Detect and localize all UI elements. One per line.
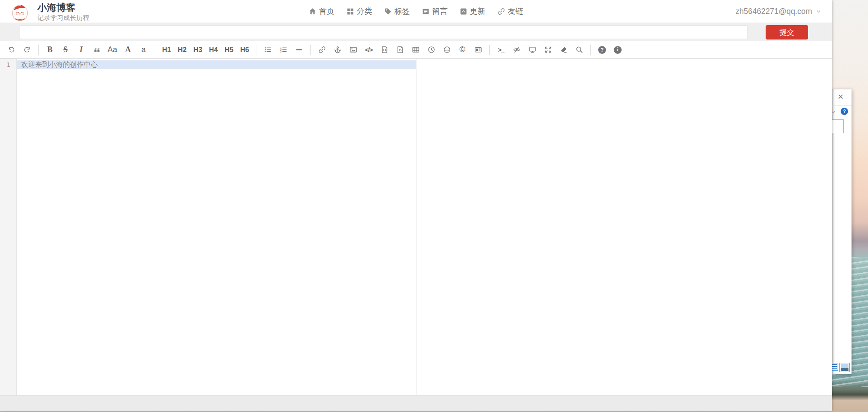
main-nav: 首页分类标签留言更新友链 bbox=[303, 0, 529, 23]
svg-text:3: 3 bbox=[280, 50, 281, 53]
nav-item-label: 分类 bbox=[357, 6, 372, 16]
toolbar-divider bbox=[590, 45, 591, 55]
undo-icon[interactable] bbox=[5, 43, 18, 56]
home-icon bbox=[309, 8, 316, 15]
lowercase-icon[interactable]: a bbox=[137, 43, 150, 56]
h1-glyph: H1 bbox=[162, 46, 171, 54]
watch-icon[interactable] bbox=[510, 43, 523, 56]
code-icon[interactable]: </> bbox=[362, 43, 375, 56]
help-glyph: ? bbox=[598, 46, 606, 54]
line-number: 1 bbox=[0, 60, 17, 69]
nav-item-friend-links[interactable]: 友链 bbox=[498, 6, 523, 16]
search-icon[interactable] bbox=[573, 43, 586, 56]
image-icon[interactable] bbox=[347, 43, 360, 56]
list-view-icon[interactable] bbox=[832, 363, 838, 371]
list-ul-icon[interactable] bbox=[261, 43, 274, 56]
ucwords-icon[interactable]: Aa bbox=[106, 43, 119, 56]
h3-icon[interactable]: H3 bbox=[191, 43, 204, 56]
bold-icon[interactable]: B bbox=[43, 43, 56, 56]
html-entities-glyph: © bbox=[459, 45, 465, 54]
table-icon[interactable] bbox=[409, 43, 422, 56]
toolbar-divider bbox=[489, 45, 490, 55]
lowercase-glyph: a bbox=[141, 45, 146, 54]
nav-item-label: 更新 bbox=[470, 6, 485, 16]
italic-glyph: I bbox=[79, 45, 82, 54]
italic-icon[interactable]: I bbox=[75, 43, 88, 56]
friend-link-icon bbox=[498, 8, 505, 15]
strikethrough-icon[interactable]: S bbox=[59, 43, 72, 56]
editor-toolbar: BSIAaAaH1H2H3H4H5H6123</>©>_?i bbox=[0, 41, 832, 59]
blog-compose-page: 小海博客 记录学习成长历程 首页分类标签留言更新友链 zh56462271@qq… bbox=[0, 0, 832, 411]
article-title-input[interactable] bbox=[19, 25, 748, 39]
goto-line-icon[interactable]: >_ bbox=[495, 43, 508, 56]
editor-content-area[interactable]: 1欢迎来到小海的创作中心 bbox=[0, 60, 416, 69]
nav-item-categories[interactable]: 分类 bbox=[347, 6, 372, 16]
nav-item-tags[interactable]: 标签 bbox=[384, 6, 410, 16]
nav-item-label: 友链 bbox=[508, 6, 523, 16]
nav-item-updates[interactable]: 更新 bbox=[460, 6, 485, 16]
toolbar-divider bbox=[310, 45, 311, 55]
strikethrough-glyph: S bbox=[63, 45, 68, 54]
user-account-dropdown[interactable]: zh56462271@qq.com bbox=[736, 0, 822, 23]
toolbar-divider bbox=[38, 45, 39, 55]
redo-icon[interactable] bbox=[20, 43, 33, 56]
markdown-preview-pane bbox=[416, 59, 832, 395]
site-title: 小海博客 bbox=[37, 3, 89, 13]
partial-dialog-window: × ? bbox=[832, 89, 852, 374]
message-icon bbox=[422, 8, 429, 15]
editor-line[interactable]: 1欢迎来到小海的创作中心 bbox=[0, 60, 416, 69]
h4-glyph: H4 bbox=[209, 46, 218, 54]
code-block-icon[interactable] bbox=[393, 43, 406, 56]
nav-item-label: 首页 bbox=[319, 6, 334, 16]
h6-icon[interactable]: H6 bbox=[238, 43, 251, 56]
category-icon bbox=[347, 8, 354, 15]
site-logo-link[interactable]: 小海博客 记录学习成长历程 bbox=[11, 3, 89, 22]
quote-icon[interactable] bbox=[90, 43, 103, 56]
nav-item-label: 留言 bbox=[432, 6, 448, 16]
article-title-bar: 提交 bbox=[0, 23, 832, 41]
submit-button[interactable]: 提交 bbox=[766, 25, 808, 40]
goto-line-glyph: >_ bbox=[498, 46, 504, 53]
tag-icon bbox=[384, 8, 392, 15]
datetime-icon[interactable] bbox=[425, 43, 438, 56]
thumbnail-view-icon[interactable] bbox=[839, 363, 850, 372]
reference-link-icon[interactable] bbox=[331, 43, 344, 56]
editor-body: 1欢迎来到小海的创作中心 bbox=[0, 59, 832, 396]
html-entities-icon[interactable]: © bbox=[456, 43, 469, 56]
toolbar-divider bbox=[256, 45, 256, 55]
chevron-down-icon[interactable] bbox=[832, 109, 836, 115]
nav-item-label: 标签 bbox=[394, 6, 410, 16]
toolbar-divider bbox=[155, 45, 155, 55]
h1-icon[interactable]: H1 bbox=[160, 43, 173, 56]
fullscreen-icon[interactable] bbox=[541, 43, 554, 56]
site-subtitle: 记录学习成长历程 bbox=[37, 14, 89, 22]
link-icon[interactable] bbox=[315, 43, 328, 56]
h3-glyph: H3 bbox=[193, 46, 202, 54]
pagebreak-icon[interactable] bbox=[472, 43, 485, 56]
update-icon bbox=[460, 8, 467, 15]
preview-icon[interactable] bbox=[526, 43, 539, 56]
ucwords-glyph: Aa bbox=[108, 45, 117, 54]
clear-icon[interactable] bbox=[557, 43, 570, 56]
preformatted-text-icon[interactable] bbox=[378, 43, 391, 56]
emoji-icon[interactable] bbox=[440, 43, 453, 56]
h6-glyph: H6 bbox=[240, 46, 249, 54]
horizontal-rule-icon[interactable] bbox=[292, 43, 305, 56]
uppercase-icon[interactable]: A bbox=[121, 43, 134, 56]
info-icon[interactable]: i bbox=[611, 43, 624, 56]
help-icon[interactable]: ? bbox=[841, 108, 848, 115]
h5-glyph: H5 bbox=[225, 46, 233, 54]
h2-icon[interactable]: H2 bbox=[176, 43, 189, 56]
help-icon[interactable]: ? bbox=[596, 43, 609, 56]
close-icon[interactable]: × bbox=[835, 91, 846, 103]
chevron-down-icon bbox=[816, 8, 822, 14]
line-text: 欢迎来到小海的创作中心 bbox=[17, 60, 416, 69]
nav-item-home[interactable]: 首页 bbox=[309, 6, 334, 16]
h2-glyph: H2 bbox=[178, 46, 187, 54]
editor-line-number-gutter bbox=[0, 59, 17, 395]
dialog-input-box[interactable] bbox=[832, 119, 844, 133]
h4-icon[interactable]: H4 bbox=[207, 43, 220, 56]
list-ol-icon[interactable]: 123 bbox=[277, 43, 290, 56]
nav-item-guestbook[interactable]: 留言 bbox=[422, 6, 448, 16]
h5-icon[interactable]: H5 bbox=[223, 43, 236, 56]
